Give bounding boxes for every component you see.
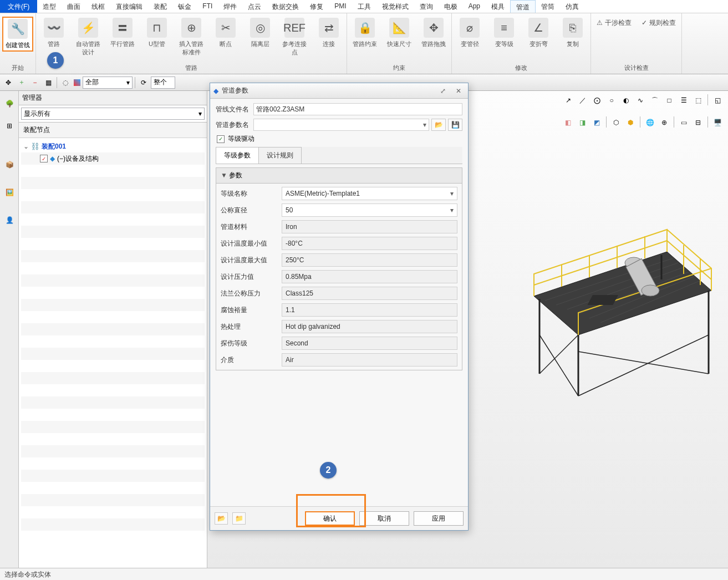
iso-cube-icon[interactable]: ⬡ [610, 116, 622, 129]
param-value-5[interactable]: 0.85Mpa [282, 270, 457, 283]
ruler-icon[interactable]: ⊟ [692, 116, 704, 129]
param-value-6[interactable]: Class125 [282, 287, 457, 300]
octa-icon[interactable]: ⬢ [624, 116, 637, 129]
tree-child-label[interactable]: (−)设备及结构 [57, 154, 99, 164]
ribbon-连接[interactable]: ⇄连接 [313, 17, 344, 49]
checkbox-checked-icon[interactable]: ✓ [40, 155, 48, 162]
ribbon-断点[interactable]: ✂断点 [210, 17, 241, 49]
plus-icon[interactable]: ＋ [16, 77, 28, 89]
ribbon-平行管路[interactable]: 〓平行管路 [107, 17, 138, 49]
vp-icon-3[interactable]: ⨀ [591, 94, 603, 106]
chevron-down-icon[interactable]: ⌄ [23, 143, 29, 150]
param-value-8[interactable]: Hot dip galvanized [282, 320, 457, 333]
flowchart-tab-icon[interactable]: ⊞ [0, 116, 19, 135]
rect-icon[interactable]: ▭ [678, 116, 690, 129]
cursor-icon[interactable]: ✥ [2, 77, 14, 89]
show-all-combo[interactable]: 显示所有▾ [21, 108, 205, 120]
param-value-9[interactable]: Second [282, 337, 457, 350]
param-name-combo[interactable]: ▾ [253, 119, 429, 131]
save-button[interactable]: 💾 [448, 119, 462, 131]
menu-PMI[interactable]: PMI [329, 0, 352, 13]
cancel-button[interactable]: 取消 [359, 511, 409, 526]
vp-icon-7[interactable]: ⌒ [649, 94, 661, 106]
menu-焊件[interactable]: 焊件 [218, 0, 242, 13]
menu-工具[interactable]: 工具 [352, 0, 376, 13]
ribbon-变折弯[interactable]: ∠变折弯 [523, 17, 554, 49]
vp-icon-8[interactable]: □ [663, 94, 675, 106]
ribbon-创建管线[interactable]: 🔧创建管线 [2, 17, 33, 52]
menu-直接编辑[interactable]: 直接编辑 [110, 0, 148, 13]
menu-钣金[interactable]: 钣金 [172, 0, 197, 13]
ribbon-干涉检查[interactable]: ⚠干涉检查 [593, 17, 635, 29]
apply-button[interactable]: 应用 [414, 511, 464, 526]
cube-icon-1[interactable]: ◧ [562, 116, 574, 129]
filter-combo[interactable]: 全部▾ [83, 77, 133, 89]
ok-button[interactable]: 确认 [305, 511, 355, 526]
menu-App[interactable]: App [463, 0, 486, 13]
ribbon-管路[interactable]: 〰️管路 [38, 17, 69, 49]
ribbon-插入管路标准件[interactable]: ⊕插入管路标准件 [176, 17, 207, 58]
ribbon-复制[interactable]: ⎘复制 [557, 17, 588, 49]
footer-new-icon[interactable]: 📁 [232, 512, 246, 525]
tab-level-params[interactable]: 等级参数 [216, 147, 259, 164]
dialog-undock-icon[interactable]: ⤢ [437, 87, 449, 95]
ribbon-变管径[interactable]: ⌀变管径 [454, 17, 485, 49]
ribbon-参考连接点[interactable]: REF参考连接点 [279, 17, 310, 58]
tree-tab-icon[interactable]: 🌳 [0, 94, 19, 113]
menu-FTI[interactable]: FTI [197, 0, 218, 13]
dialog-close-icon[interactable]: ✕ [452, 87, 465, 95]
open-folder-button[interactable]: 📂 [431, 119, 446, 131]
menu-线框[interactable]: 线框 [86, 0, 110, 13]
menu-造型[interactable]: 造型 [37, 0, 62, 13]
menu-装配[interactable]: 装配 [148, 0, 172, 13]
footer-open-icon[interactable]: 📂 [215, 512, 228, 525]
ribbon-管路约束[interactable]: 🔒管路约束 [349, 17, 380, 49]
cube-icon-2[interactable]: ◨ [576, 116, 588, 129]
menu-查询[interactable]: 查询 [414, 0, 439, 13]
scope-combo[interactable]: 整个 [151, 77, 175, 89]
param-value-7[interactable]: 1.1 [282, 303, 457, 317]
param-value-1[interactable]: 50▾ [282, 203, 457, 217]
level-driven-checkbox[interactable]: ✓ [217, 135, 225, 143]
vp-icon-1[interactable]: ↗ [562, 94, 574, 106]
param-value-4[interactable]: 250°C [282, 253, 457, 267]
dashed-rect-icon[interactable]: ▦ [42, 77, 54, 89]
refresh-icon[interactable]: ⟳ [138, 77, 150, 89]
vp-cursor-icon[interactable]: ◱ [711, 94, 724, 106]
user-tab-icon[interactable]: 👤 [0, 211, 19, 230]
menu-数据交换[interactable]: 数据交换 [267, 0, 304, 13]
tab-design-rules[interactable]: 设计规则 [258, 147, 302, 164]
menu-模具[interactable]: 模具 [486, 0, 510, 13]
ribbon-U型管[interactable]: ⊓U型管 [141, 17, 172, 49]
menu-曲面[interactable]: 曲面 [62, 0, 86, 13]
param-value-2[interactable]: Iron [282, 220, 457, 233]
minus-icon[interactable]: − [29, 77, 41, 89]
menu-视觉样式[interactable]: 视觉样式 [376, 0, 414, 13]
menu-仿真[interactable]: 仿真 [560, 0, 584, 13]
menu-file[interactable]: 文件(F) [0, 0, 37, 13]
ribbon-自动管路设计[interactable]: ⚡自动管路设计 [73, 17, 104, 58]
menu-管道[interactable]: 管道 [510, 0, 536, 13]
ribbon-管路拖拽[interactable]: ✥管路拖拽 [418, 17, 449, 49]
monitor-icon[interactable]: 🖥️ [711, 116, 724, 129]
menu-修复[interactable]: 修复 [304, 0, 329, 13]
ribbon-变等级[interactable]: ≡变等级 [488, 17, 520, 49]
vp-icon-4[interactable]: ○ [605, 94, 618, 106]
box-tab-icon[interactable]: 📦 [0, 155, 19, 174]
menu-点云[interactable]: 点云 [242, 0, 267, 13]
param-value-3[interactable]: -80°C [282, 237, 457, 250]
param-value-0[interactable]: ASME(Metric)-Template1▾ [282, 187, 457, 200]
globe-icon[interactable]: 🌐 [644, 116, 656, 129]
cube-icon-3[interactable]: ◩ [590, 116, 603, 129]
ribbon-隔离层[interactable]: ◎隔离层 [245, 17, 276, 49]
target-icon[interactable]: ⊕ [658, 116, 670, 129]
menu-电极[interactable]: 电极 [439, 0, 463, 13]
color-swatch-icon[interactable] [73, 77, 82, 89]
assembly-tree[interactable]: ⌄ ⛓️ 装配001 ✓ ◆ (−)设备及结构 [19, 138, 207, 568]
vp-icon-2[interactable]: ／ [577, 94, 589, 106]
ribbon-规则检查[interactable]: ✓规则检查 [638, 17, 679, 29]
param-section-header[interactable]: 参数 [216, 168, 462, 184]
vp-icon-9[interactable]: ☰ [678, 94, 690, 106]
file-name-input[interactable]: 管路002.Z3ASM [253, 103, 462, 115]
vp-icon-6[interactable]: ∿ [634, 94, 646, 106]
